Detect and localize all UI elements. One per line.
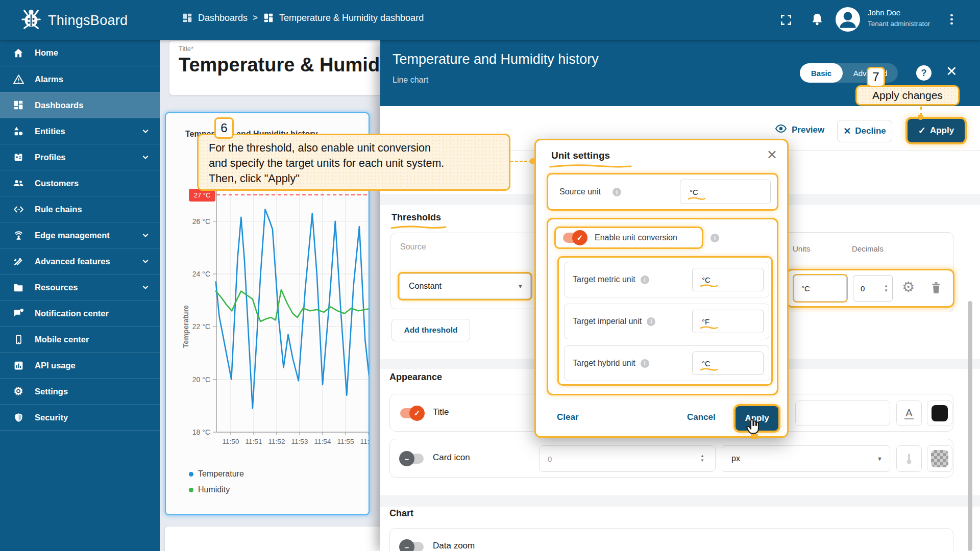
sidebar-item-profiles[interactable]: Profiles [0,144,160,170]
chart-legend: Temperature Humidity [189,469,244,494]
units-input[interactable]: °C [794,275,847,302]
title-setting-label: Title [433,407,449,417]
data-zoom-setting-row: – Data zoom [389,528,953,551]
highlight-underline [390,225,447,230]
tab-basic[interactable]: Basic [800,63,843,83]
data-zoom-label: Data zoom [433,541,475,551]
chevron-down-icon: ▼ [877,456,883,462]
title-color-button[interactable] [927,400,952,426]
chevron-down-icon [140,152,151,164]
title-toggle[interactable]: ✓ [400,408,424,418]
user-info[interactable]: John Doe Tenant administrator [868,8,930,28]
stepper-arrows-icon[interactable]: ▲▼ [884,284,888,293]
avatar[interactable] [835,7,861,34]
sidebar-item-settings[interactable]: ⚙ Settings [0,378,160,404]
sidebar-item-dashboards[interactable]: Dashboards [0,92,160,118]
icon-color-button[interactable] [927,445,952,472]
target-metric-label: Target metric unit [573,275,635,284]
svg-text:11:56: 11:56 [360,438,370,445]
svg-text:26 °C: 26 °C [192,217,210,226]
logo[interactable]: ThingsBoard [19,7,128,34]
clear-button[interactable]: Clear [557,412,579,422]
target-hybrid-input[interactable]: °C [692,352,764,375]
decline-button[interactable]: ✕ Decline [837,120,892,142]
decimals-header: Decimals [852,244,884,253]
add-threshold-button[interactable]: Add threshold [391,319,470,341]
dashboard-title-field[interactable]: Title* Temperature & Humidity dashboard [169,41,384,95]
close-icon[interactable]: ✕ [767,147,777,162]
widget-title-input[interactable] [795,400,890,426]
breadcrumb: Dashboards > Temperature & Humidity dash… [182,12,424,23]
drawer-scrollbar[interactable] [968,301,972,551]
source-unit-group: Source unit i °C [547,173,778,211]
icon-size-input[interactable] [539,445,716,472]
source-unit-input[interactable]: °C [680,180,771,204]
sidebar-item-mobile-center[interactable]: Mobile center [0,326,160,352]
svg-text:22 °C: 22 °C [192,322,210,331]
dashboard-grid-icon [12,99,24,111]
breadcrumb-dashboards[interactable]: Dashboards [198,13,248,23]
sidebar-item-advanced-features[interactable]: Advanced features [0,248,160,274]
code-brackets-icon [12,203,24,215]
cancel-button[interactable]: Cancel [687,412,716,422]
dashboard-grid-icon [182,12,193,23]
units-header: Units [793,244,810,253]
eye-icon [775,124,787,135]
info-icon: i [641,276,649,284]
sidebar-item-rule-chains[interactable]: Rule chains [0,196,160,222]
font-style-button[interactable]: A [896,400,922,426]
card-icon-setting-row: – Card icon ▲▼ px ▼ [389,439,953,478]
user-role: Tenant administrator [868,20,930,28]
tutorial-step7-tooltip: Apply changes [855,85,960,106]
target-imperial-row: Target imperial unit i °F [564,304,769,339]
icon-picker-button[interactable] [896,445,922,472]
chart-heading: Chart [389,508,413,519]
info-icon: i [641,359,649,368]
svg-text:11:50: 11:50 [223,438,239,445]
target-imperial-input[interactable]: °F [692,310,764,333]
delete-key-trash-icon[interactable] [929,280,943,297]
svg-text:24 °C: 24 °C [192,270,210,278]
fullscreen-icon[interactable] [779,13,793,29]
sidebar-item-customers[interactable]: Customers [0,170,160,196]
chevron-down-icon: ▼ [518,283,523,289]
notifications-bell-icon[interactable] [811,12,824,29]
next-widget-card [165,527,388,551]
sidebar-item-edge-management[interactable]: Edge management [0,222,160,248]
sidebar-item-resources[interactable]: Resources [0,274,160,300]
legend-item-humidity[interactable]: Humidity [189,485,244,494]
highlight-underline [700,325,718,330]
sidebar-item-security[interactable]: Security [0,404,160,430]
target-metric-input[interactable]: °C [692,268,764,291]
legend-item-temperature[interactable]: Temperature [189,469,244,479]
kebab-menu-icon[interactable] [950,12,953,27]
stepper-arrows-icon[interactable]: ▲▼ [700,454,704,463]
people-icon [12,177,24,189]
sidebar-item-notification-center[interactable]: Notification center [0,300,160,326]
sidebar-item-alarms[interactable]: Alarms [0,66,160,92]
decimals-stepper[interactable]: 0 ▲▼ [853,275,893,302]
sidebar-item-home[interactable]: Home [0,40,160,66]
toggle-minus-icon: – [399,451,414,466]
enable-unit-conversion-toggle[interactable]: ✓ [563,233,586,243]
card-icon-toggle[interactable]: – [400,454,424,464]
close-icon[interactable]: ✕ [946,63,958,80]
cursor-click-mark [751,434,758,439]
sidebar-item-api-usage[interactable]: API usage [0,352,160,378]
editor-subtitle: Line chart [393,76,428,85]
apply-changes-button[interactable]: ✓ Apply [908,119,965,142]
target-metric-row: Target metric unit i °C [564,262,769,297]
preview-button[interactable]: Preview [775,124,824,135]
shield-icon [12,411,24,423]
icon-size-unit-select[interactable]: px ▼ [722,445,890,472]
target-hybrid-row: Target hybrid unit i °C [564,345,769,381]
editor-title: Temperature and Humidity history [393,52,599,67]
sidebar-item-entities[interactable]: Entities [0,118,160,144]
info-icon: i [647,317,655,326]
card-icon-setting-label: Card icon [433,453,470,463]
badge-icon [12,151,24,163]
data-zoom-toggle[interactable]: – [400,542,424,551]
help-button[interactable]: ? [916,65,932,81]
key-settings-gear-icon[interactable]: ⚙ [902,279,915,295]
threshold-type-select[interactable]: Constant ▼ [399,273,531,299]
